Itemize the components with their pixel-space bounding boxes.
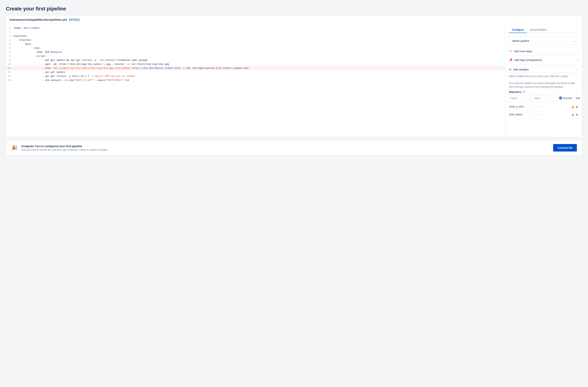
right-panel: Configure Documentation Starter pipeline… [505,24,582,137]
footer-title: Congrats! You've configured your first p… [21,144,549,148]
code-line: 4 branches: [6,38,505,42]
line-content: - dcm analyze --ci-key="$DCM_CI_KEY" --e… [14,78,505,82]
code-line: 9 - apt-get update && apt-get install -y… [6,58,505,62]
code-line: 12 - apt-get update [6,70,505,74]
lock-icon[interactable]: 🔒 [571,105,574,108]
add-pipes-label: Add Pipes (Integrations) [514,59,542,61]
tabs-container: Configure Documentation [509,27,578,33]
add-variables-label: Add variables [513,68,529,71]
line-number: 1 [6,26,14,30]
line-number: 12 [6,70,14,74]
variable-actions: 🔒 🗑 [571,105,578,108]
line-content: - echo 'deb [signed-by=/usr/share/keyrin… [14,66,505,70]
delete-icon[interactable]: 🗑 [576,105,578,108]
line-number: 4 [6,38,14,42]
lock-icon[interactable]: 🔒 [571,113,574,116]
secured-checkbox[interactable] [559,97,562,99]
code-line: 13 - apt-get install -y dcm=1.18.1-1 # A… [6,74,505,78]
variable-actions: 🔒 🗑 [571,113,578,116]
file-header: brainwavesocialapp/bitbucket-pipelines.y… [6,16,582,24]
variable-dots: ······· [532,105,570,108]
footer-description: Now you have to commit the .yml file to … [21,148,549,151]
add-pipes-row[interactable]: 📌 Add Pipes (Integrations) › [509,56,578,64]
content-area: 1image: dart:stable23pipelines:4 branche… [6,24,582,137]
code-line: 6 - step: [6,46,505,50]
variable-name-input[interactable] [509,95,531,101]
code-panel[interactable]: 1image: dart:stable23pipelines:4 branche… [6,24,505,137]
chevron-right-icon-pipes: › [577,59,578,62]
page-title: Create your first pipeline [6,6,582,12]
add-variable-button[interactable]: Add [573,95,582,101]
pipe-icon: 📌 [509,58,513,62]
variables-desc-1: Define variables that can be used in you… [509,75,578,89]
file-path: brainwavesocialapp/bitbucket-pipelines.y… [10,18,67,21]
main-card: brainwavesocialapp/bitbucket-pipelines.y… [6,15,582,137]
line-number: 2 [6,30,14,34]
line-number: 5 [6,42,14,46]
code-line: 1image: dart:stable [6,26,505,30]
line-number: 7 [6,50,14,54]
variable-input-row: Secured Add [509,95,578,101]
code-line: 7 name: DCM Analysis [6,50,505,54]
chevron-down-variables-icon: ⌄ [576,68,578,71]
code-line: 5 main: [6,42,505,46]
line-number: 11 [6,66,14,70]
pipeline-dropdown[interactable]: Starter pipeline ⌄ [509,37,578,45]
line-number: 10 [6,62,14,66]
line-content: - step: [14,46,505,50]
tab-configure[interactable]: Configure [509,27,527,33]
line-number: 8 [6,54,14,58]
footer-bar: 🎉 Congrats! You've configured your first… [6,140,582,155]
variable-dots: ······· [532,113,570,116]
variable-value-input[interactable] [532,95,558,101]
line-content: - apt-get install -y dcm=1.18.1-1 # Adju… [14,74,505,78]
line-content: - apt-get update [14,70,505,74]
chevron-right-icon: › [577,50,578,53]
code-line: 2 [6,30,505,34]
code-line: 11 - echo 'deb [signed-by=/usr/share/key… [6,66,505,70]
line-number: 14 [6,78,14,82]
variable-name: DCM_EMAIL [509,113,531,116]
chevron-down-icon: ⌄ [573,39,575,42]
secured-label: Secured [559,97,572,100]
code-line: 8 script: [6,54,505,58]
info-icon: i [523,91,525,93]
add-steps-row[interactable]: <> Add more steps › [509,47,578,56]
line-number: 13 [6,74,14,78]
line-content: branches: [14,38,505,42]
variable-row: DCM_EMAIL ······· 🔒 🗑 [509,111,578,119]
line-number: 3 [6,34,14,38]
add-steps-label: Add more steps [514,50,532,53]
pipeline-dropdown-label: Starter pipeline [512,40,529,42]
repository-label: Repository i [509,91,578,93]
line-number: 6 [6,46,14,50]
code-icon: <> [509,50,512,53]
footer-text: Congrats! You've configured your first p… [21,144,549,151]
tab-documentation[interactable]: Documentation [527,27,550,33]
congrats-emoji: 🎉 [11,145,18,151]
line-content: - wget -q0- https://dcm.dev/pgp-key.publ… [14,62,505,66]
variables-header[interactable]: ⚙ Add variables ⌄ [509,65,578,73]
commit-file-button[interactable]: Commit file [553,144,577,151]
line-content: - apt-get update && apt-get install -y -… [14,58,505,62]
variable-row: DCM_CI_KEY ······· 🔒 🗑 [509,103,578,111]
code-line: 3pipelines: [6,34,505,38]
line-content: pipelines: [14,34,505,38]
editable-badge: EDITABLE [69,18,80,21]
line-content: name: DCM Analysis [14,50,505,54]
variables-section: ⚙ Add variables ⌄ Define variables that … [509,65,578,119]
line-number: 9 [6,58,14,62]
variable-name: DCM_CI_KEY [509,105,531,108]
line-content: image: dart:stable [14,26,505,30]
line-content: script: [14,54,505,58]
code-line: 14 - dcm analyze --ci-key="$DCM_CI_KEY" … [6,78,505,82]
delete-icon[interactable]: 🗑 [576,113,578,116]
line-content: main: [14,42,505,46]
code-line: 10 - wget -q0- https://dcm.dev/pgp-key.p… [6,62,505,66]
gear-icon: ⚙ [509,68,511,71]
